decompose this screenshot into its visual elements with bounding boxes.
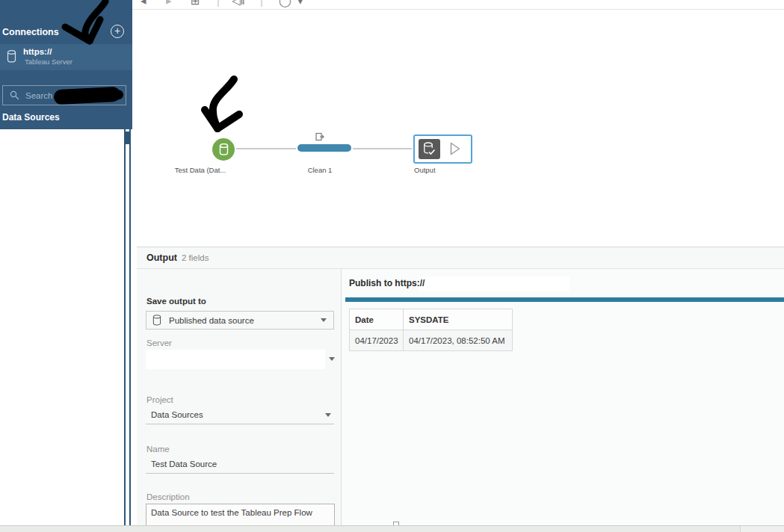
project-value: Data Sources [151,410,203,419]
sidebar-scrollbar[interactable] [124,129,131,525]
name-value: Test Data Source [151,460,217,468]
redo-icon[interactable]: ▸ [166,0,172,7]
column-header-sysdate: SYSDATE [404,309,513,330]
cell-date: 04/17/2023 [350,330,404,351]
save-settings-column: Save output to Published data source Ser… [137,269,342,526]
project-label: Project [146,395,173,404]
database-icon [219,143,229,155]
description-label: Description [146,492,190,501]
run-output-icon[interactable] [449,141,461,159]
tableau-prep-window: ◂ ▸ ⊞ | ◁‖ | ◯ ▾ Test Data (Dat... Clean… [0,0,784,532]
flow-toolbar: ◂ ▸ ⊞ | ◁‖ | ◯ ▾ [132,0,784,10]
chevron-down-icon [325,413,331,417]
database-icon [152,315,161,326]
window-bottom-strip-segment [740,526,784,532]
flow-node-label: Output [414,166,436,174]
search-icon [10,90,19,100]
undo-icon[interactable]: ◂ [141,0,146,7]
data-sources-list [0,129,124,525]
refresh-data-icon[interactable]: ⊞ [191,0,200,7]
publish-title: Publish to https:// [349,278,425,288]
annotation-arrow-flow [132,10,784,247]
connections-pane: Connections + https:// Tableau Server [0,0,132,129]
server-label: Server [146,338,172,347]
publish-accent-bar [345,297,784,302]
step-output-badge-icon [315,131,324,144]
add-connection-button[interactable]: + [111,25,124,38]
field-count-badge: 2 fields [182,253,209,262]
run-flow-menu-icon[interactable]: ▾ [297,0,303,7]
name-field[interactable]: Test Data Source [146,455,334,474]
output-step-icon [419,139,440,159]
connection-item-tableau-server[interactable]: https:// Tableau Server [0,44,132,70]
search-input[interactable] [25,91,108,100]
table-header-row: Date SYSDATE [350,309,513,330]
flow-node-input[interactable] [212,138,235,161]
output-panel-title: Output [146,253,177,263]
toolbar-divider: | [260,0,263,7]
pause-data-updates-icon[interactable]: ◁‖ [232,0,245,7]
save-output-to-label: Save output to [146,297,206,306]
search-box[interactable] [2,85,126,105]
cell-sysdate: 04/17/2023, 08:52:50 AM [404,330,513,351]
data-sources-heading: Data Sources [2,112,60,123]
name-label: Name [146,445,170,454]
flow-connector [236,148,296,149]
output-preview-table: Date SYSDATE 04/17/2023 04/17/2023, 08:5… [349,309,513,351]
connection-name: https:// [23,47,52,56]
project-dropdown[interactable]: Data Sources [146,406,334,424]
flow-node-clean[interactable] [297,144,351,152]
toolbar-divider: | [217,0,220,7]
flow-connector [353,148,412,149]
server-dropdown[interactable] [146,350,325,369]
flow-node-label: Clean 1 [290,166,350,174]
column-header-date: Date [350,309,404,330]
chevron-down-icon[interactable] [329,357,335,361]
save-output-to-value: Published data source [169,316,254,325]
flow-node-output[interactable] [413,134,472,164]
database-icon [7,50,16,66]
connections-heading: Connections [2,27,59,37]
redaction-mark [419,276,570,291]
table-row: 04/17/2023 04/17/2023, 08:52:50 AM [350,330,513,351]
save-output-to-dropdown[interactable]: Published data source [146,311,334,330]
flow-canvas[interactable]: Test Data (Dat... Clean 1 [132,10,784,247]
flow-node-label: Test Data (Dat... [163,166,238,174]
chevron-down-icon [321,318,327,322]
scrollbar-thumb[interactable] [126,132,129,144]
window-bottom-strip [0,525,784,532]
connection-type: Tableau Server [25,58,72,66]
publish-preview-panel: Publish to https:// Date SYSDATE 04/17/2… [342,269,784,526]
output-config-panel: Output 2 fields Save output to Published… [137,247,784,525]
run-flow-icon[interactable]: ◯ [279,0,291,7]
output-panel-header: Output 2 fields [137,247,784,269]
